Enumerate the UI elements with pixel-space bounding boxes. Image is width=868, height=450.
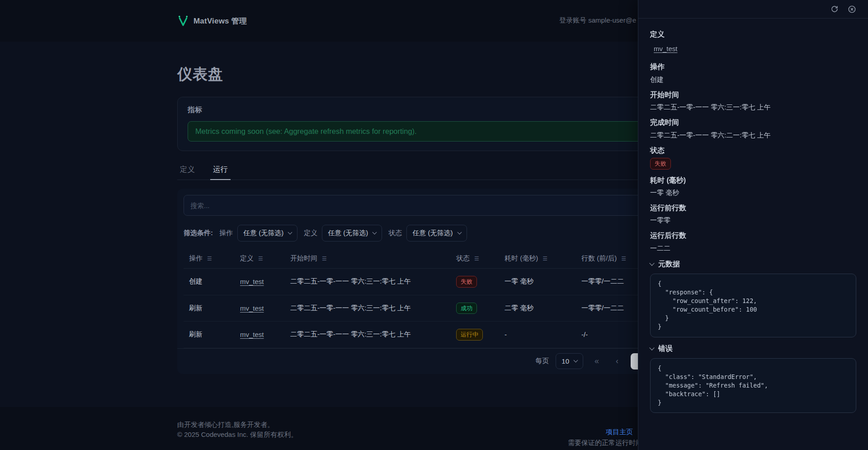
filter-status-value: 任意 (无筛选) <box>412 229 453 237</box>
drawer-operation-value: 创建 <box>650 75 856 84</box>
drawer-operation-field: 操作 创建 <box>650 62 856 84</box>
cell-started-at: 二零二五-一零-一一 零六:三一:零七 上午 <box>290 295 456 322</box>
drawer-rows-after-field: 运行后行数 一二二 <box>650 231 856 252</box>
metadata-section: 元数据 { "response": { "row_count_after": 1… <box>650 260 856 337</box>
pagination: 每页 10 « ‹ <box>177 348 691 374</box>
close-icon[interactable] <box>848 5 856 14</box>
chevron-down-icon <box>457 230 462 235</box>
sort-icon[interactable]: ☰ <box>542 256 547 262</box>
error-code-box: { "class": "StandardError", "message": "… <box>650 358 856 413</box>
drawer-finish-label: 完成时间 <box>650 118 856 128</box>
cell-operation: 刷新 <box>184 295 240 322</box>
filter-status-label: 状态 <box>388 229 402 237</box>
table-row[interactable]: 创建 mv_test 二零二五-一零-一一 零六:三一:零七 上午 失败 一零 … <box>184 269 684 295</box>
drawer-rows-after-value: 一二二 <box>650 243 856 253</box>
refresh-icon[interactable] <box>830 5 839 13</box>
first-page-button[interactable]: « <box>590 354 604 369</box>
tab-definitions[interactable]: 定义 <box>177 165 198 180</box>
cell-operation: 刷新 <box>184 322 240 348</box>
drawer-body: 定义 mv_test 操作 创建 开始时间 二零二五-一零-一一 零六:三一:零… <box>638 19 868 424</box>
filter-operation-select[interactable]: 任意 (无筛选) <box>237 225 297 242</box>
filter-definition-select[interactable]: 任意 (无筛选) <box>322 225 382 242</box>
chevron-down-icon <box>288 230 292 235</box>
definition-link[interactable]: mv_test <box>240 278 264 285</box>
drawer-rows-before-field: 运行前行数 一零零 <box>650 203 856 225</box>
table-row[interactable]: 刷新 mv_test 二零二五-一零-一一 零六:三一:零七 上午 运行中 - … <box>184 322 684 348</box>
sort-icon[interactable]: ☰ <box>258 256 263 262</box>
per-page-label: 每页 <box>535 357 549 365</box>
filter-operation: 操作 任意 (无筛选) <box>219 225 297 242</box>
error-section: 错误 { "class": "StandardError", "message"… <box>650 344 856 413</box>
filter-caption: 筛选条件: <box>184 229 213 237</box>
chevron-down-icon <box>649 345 654 350</box>
status-badge: 成功 <box>456 303 477 314</box>
metadata-code-box: { "response": { "row_count_after": 122, … <box>650 274 856 337</box>
drawer-operation-label: 操作 <box>650 62 856 72</box>
drawer-duration-field: 耗时 (毫秒) 一零 毫秒 <box>650 175 856 197</box>
app-logo-icon <box>177 15 189 27</box>
status-badge: 失败 <box>650 158 671 170</box>
project-home-link[interactable]: 项目主页 <box>606 427 633 437</box>
runs-panel: 筛选条件: 操作 任意 (无筛选) 定义 任意 (无筛选) <box>177 189 691 374</box>
drawer-finish-field: 完成时间 二零二五-一零-一一 零六:二一:零七 上午 <box>650 118 856 139</box>
drawer-start-field: 开始时间 二零二五-一零-一一 零六:三一:零七 上午 <box>650 90 856 112</box>
brand: MatViews 管理 <box>177 15 247 27</box>
metrics-banner: Metrics coming soon (see: Aggregate refr… <box>188 121 680 142</box>
runs-table: 操作☰ 定义☰ 开始时间☰ 状态☰ 耗时 (毫秒)☰ 行数 (前/后)☰ 创建 … <box>184 250 684 348</box>
drawer-header <box>638 0 868 19</box>
definition-link[interactable]: mv_test <box>240 331 264 338</box>
filter-status-select[interactable]: 任意 (无筛选) <box>406 225 467 242</box>
chevron-down-icon <box>373 230 377 235</box>
app-title: MatViews 管理 <box>193 16 247 26</box>
sort-icon[interactable]: ☰ <box>621 256 626 262</box>
filter-definition-label: 定义 <box>304 229 317 237</box>
filter-bar: 筛选条件: 操作 任意 (无筛选) 定义 任意 (无筛选) <box>184 225 684 242</box>
chevron-down-icon <box>574 358 578 363</box>
drawer-definition-label: 定义 <box>650 29 856 39</box>
account-value: sample-user@e <box>588 16 636 24</box>
drawer-definition-link[interactable]: mv_test <box>654 45 678 52</box>
status-badge: 运行中 <box>456 329 483 341</box>
drawer-status-field: 状态 失败 <box>650 146 856 170</box>
error-section-toggle[interactable]: 错误 <box>650 344 856 354</box>
cell-started-at: 二零二五-一零-一一 零六:三一:零七 上午 <box>290 269 456 295</box>
account-label: 登录账号 <box>559 16 586 24</box>
col-operation: 操作☰ <box>184 250 240 269</box>
drawer-start-label: 开始时间 <box>650 90 856 100</box>
filter-definition-value: 任意 (无筛选) <box>328 229 368 237</box>
col-started-at: 开始时间☰ <box>290 250 456 269</box>
drawer-rows-before-value: 一零零 <box>650 215 856 225</box>
metrics-card: 指标 Metrics coming soon (see: Aggregate r… <box>177 97 691 151</box>
drawer-duration-label: 耗时 (毫秒) <box>650 175 856 185</box>
drawer-rows-after-label: 运行后行数 <box>650 231 856 241</box>
cell-duration: 一零 毫秒 <box>505 269 581 295</box>
tabs: 定义 运行 <box>177 165 691 180</box>
table-row[interactable]: 刷新 mv_test 二零二五-一零-一一 零六:三一:零七 上午 成功 二零 … <box>184 295 684 322</box>
drawer-start-value: 二零二五-一零-一一 零六:三一:零七 上午 <box>650 102 856 112</box>
drawer-duration-value: 一零 毫秒 <box>650 188 856 197</box>
sort-icon[interactable]: ☰ <box>207 256 212 262</box>
cell-started-at: 二零二五-一零-一一 零六:三一:零七 上午 <box>290 322 456 348</box>
error-title: 错误 <box>658 344 673 354</box>
filter-status: 状态 任意 (无筛选) <box>388 225 467 242</box>
sort-icon[interactable]: ☰ <box>322 256 327 262</box>
col-status: 状态☰ <box>456 250 505 269</box>
col-definition: 定义☰ <box>240 250 290 269</box>
tab-runs[interactable]: 运行 <box>210 165 231 180</box>
drawer-rows-before-label: 运行前行数 <box>650 203 856 213</box>
metadata-section-toggle[interactable]: 元数据 <box>650 260 856 269</box>
table-header-row: 操作☰ 定义☰ 开始时间☰ 状态☰ 耗时 (毫秒)☰ 行数 (前/后)☰ <box>184 250 684 269</box>
prev-page-button[interactable]: ‹ <box>610 354 624 369</box>
cell-operation: 创建 <box>184 269 240 295</box>
sort-icon[interactable]: ☰ <box>474 256 479 262</box>
page-title: 仪表盘 <box>177 42 691 85</box>
metrics-card-title: 指标 <box>188 105 680 115</box>
per-page-select[interactable]: 10 <box>556 353 583 369</box>
search-input[interactable] <box>184 195 684 216</box>
chevron-down-icon <box>649 261 654 266</box>
drawer-status-label: 状态 <box>650 146 856 156</box>
status-badge: 失败 <box>456 276 477 288</box>
drawer-finish-value: 二零二五-一零-一一 零六:二一:零七 上午 <box>650 130 856 140</box>
filter-definition: 定义 任意 (无筛选) <box>304 225 382 242</box>
definition-link[interactable]: mv_test <box>240 304 264 312</box>
